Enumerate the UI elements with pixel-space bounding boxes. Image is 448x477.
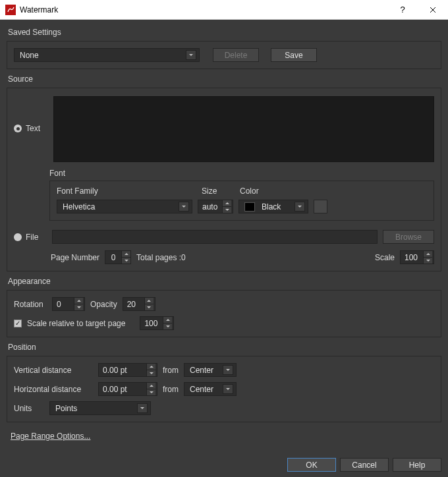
units-select[interactable]: Points bbox=[49, 401, 151, 415]
scale-input[interactable] bbox=[401, 251, 423, 264]
ok-button[interactable]: OK bbox=[287, 458, 336, 472]
from-label-h: from bbox=[163, 385, 179, 394]
page-number-label: Page Number bbox=[51, 253, 99, 262]
saved-settings-value: None bbox=[20, 51, 182, 60]
font-group: Font Family Size Color Helvetica bbox=[49, 181, 434, 221]
vertical-distance-label: Vertical distance bbox=[14, 366, 93, 375]
color-label: Color bbox=[240, 186, 259, 196]
chevron-down-icon bbox=[223, 365, 233, 375]
position-label: Position bbox=[8, 343, 441, 352]
page-number-down[interactable] bbox=[121, 257, 130, 264]
page-range-options-link[interactable]: Page Range Options... bbox=[11, 432, 90, 441]
font-size-up[interactable] bbox=[222, 200, 231, 206]
cancel-button[interactable]: Cancel bbox=[340, 458, 389, 472]
horizontal-from-select[interactable]: Center bbox=[184, 382, 237, 396]
horizontal-from-value: Center bbox=[190, 385, 219, 394]
color-swatch bbox=[244, 202, 255, 211]
close-button[interactable] bbox=[418, 0, 448, 20]
source-label: Source bbox=[8, 74, 441, 84]
horizontal-distance-input[interactable] bbox=[99, 383, 146, 395]
scale-up[interactable] bbox=[423, 251, 432, 257]
page-number-up[interactable] bbox=[121, 251, 130, 257]
saved-settings-select[interactable]: None bbox=[14, 48, 200, 62]
color-select[interactable]: Black bbox=[238, 200, 308, 213]
source-group: Text Font Font Family Size Color bbox=[7, 88, 441, 271]
appearance-group: Rotation Opacity Scale relative to targe… bbox=[7, 290, 441, 337]
vertical-distance-spinner[interactable] bbox=[98, 363, 157, 377]
opacity-down[interactable] bbox=[144, 304, 154, 310]
font-family-select[interactable]: Helvetica bbox=[57, 200, 192, 213]
chevron-down-icon bbox=[179, 202, 189, 211]
page-number-input[interactable] bbox=[105, 251, 121, 264]
scale-relative-checkbox[interactable] bbox=[14, 320, 22, 327]
delete-button[interactable]: Delete bbox=[213, 48, 259, 62]
horizontal-distance-label: Horizontal distance bbox=[14, 385, 93, 394]
rotation-input[interactable] bbox=[53, 298, 74, 310]
font-size-down[interactable] bbox=[222, 206, 231, 213]
scale-relative-up[interactable] bbox=[163, 317, 172, 323]
rotation-label: Rotation bbox=[14, 300, 47, 309]
from-label: from bbox=[163, 366, 179, 375]
opacity-spinner[interactable] bbox=[123, 297, 155, 311]
scale-relative-input[interactable] bbox=[140, 317, 163, 329]
file-path-input[interactable] bbox=[52, 230, 378, 244]
help-button[interactable]: ? bbox=[387, 0, 418, 20]
chevron-down-icon bbox=[186, 50, 196, 60]
rotation-down[interactable] bbox=[74, 304, 83, 310]
scale-label: Scale bbox=[375, 253, 395, 262]
total-pages-label: Total pages :0 bbox=[136, 253, 186, 262]
scale-down[interactable] bbox=[423, 257, 432, 264]
font-size-input[interactable] bbox=[198, 200, 222, 213]
chevron-down-icon bbox=[294, 202, 305, 211]
vertical-distance-input[interactable] bbox=[99, 364, 146, 376]
font-label: Font bbox=[49, 169, 434, 178]
position-group: Vertical distance from Center Horizontal… bbox=[7, 356, 441, 422]
opacity-up[interactable] bbox=[144, 298, 154, 304]
units-value: Points bbox=[55, 404, 133, 413]
text-radio[interactable] bbox=[14, 125, 22, 132]
scale-relative-label: Scale relative to target page bbox=[27, 319, 125, 328]
color-value: Black bbox=[262, 202, 291, 211]
chevron-down-icon bbox=[137, 403, 148, 413]
titlebar: Watermark ? bbox=[0, 0, 448, 20]
size-label: Size bbox=[202, 186, 240, 196]
watermark-text-input[interactable] bbox=[53, 96, 434, 162]
scale-relative-down[interactable] bbox=[163, 323, 172, 329]
window-title: Watermark bbox=[20, 5, 387, 14]
opacity-input[interactable] bbox=[123, 298, 144, 310]
vertical-distance-up[interactable] bbox=[146, 364, 155, 370]
font-family-value: Helvetica bbox=[63, 202, 175, 211]
font-size-spinner[interactable] bbox=[198, 200, 233, 213]
appearance-label: Appearance bbox=[8, 277, 441, 286]
horizontal-distance-down[interactable] bbox=[146, 389, 155, 395]
scale-spinner[interactable] bbox=[400, 250, 434, 264]
dialog-footer: OK Cancel Help bbox=[0, 454, 448, 477]
vertical-from-value: Center bbox=[190, 366, 219, 375]
color-picker-button[interactable] bbox=[314, 200, 327, 213]
opacity-label: Opacity bbox=[90, 300, 117, 309]
horizontal-distance-spinner[interactable] bbox=[98, 382, 157, 396]
file-radio-label: File bbox=[26, 233, 38, 242]
save-button[interactable]: Save bbox=[271, 48, 317, 62]
text-radio-label: Text bbox=[26, 124, 40, 133]
app-icon bbox=[5, 5, 16, 15]
rotation-spinner[interactable] bbox=[52, 297, 85, 311]
horizontal-distance-up[interactable] bbox=[146, 383, 155, 389]
font-family-label: Font Family bbox=[57, 186, 202, 196]
saved-settings-label: Saved Settings bbox=[8, 28, 441, 37]
file-radio[interactable] bbox=[14, 233, 22, 241]
chevron-down-icon bbox=[223, 384, 233, 394]
scale-relative-spinner[interactable] bbox=[140, 316, 174, 330]
browse-button[interactable]: Browse bbox=[383, 230, 434, 244]
units-label: Units bbox=[14, 404, 44, 413]
rotation-up[interactable] bbox=[74, 298, 83, 304]
saved-settings-group: None Delete Save bbox=[7, 41, 441, 69]
help-footer-button[interactable]: Help bbox=[393, 458, 441, 472]
page-number-spinner[interactable] bbox=[105, 250, 131, 264]
vertical-distance-down[interactable] bbox=[146, 370, 155, 376]
vertical-from-select[interactable]: Center bbox=[184, 363, 237, 377]
